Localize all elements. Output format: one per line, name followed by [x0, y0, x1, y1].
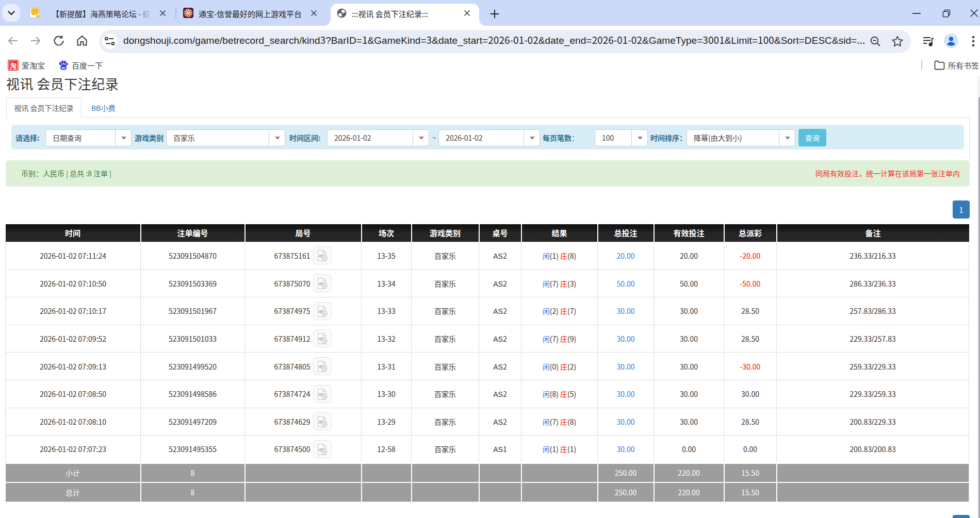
svg-text:du: du: [61, 66, 66, 70]
svg-text:淘: 淘: [10, 60, 17, 70]
